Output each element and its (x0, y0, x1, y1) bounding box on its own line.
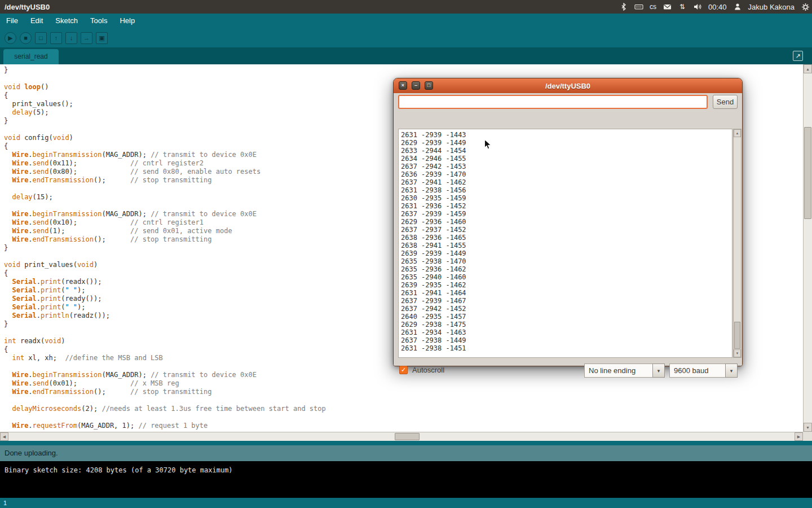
tab-menu-button[interactable]: ↗ (793, 51, 803, 61)
keyboard-icon[interactable] (634, 2, 643, 11)
scrollbar-corner (803, 432, 812, 441)
line-ending-dropdown[interactable]: No line ending ▾ (584, 364, 665, 378)
save-sketch-button[interactable]: ↓ (65, 32, 77, 44)
bluetooth-icon[interactable] (619, 2, 628, 11)
new-sketch-button[interactable]: □ (35, 32, 47, 44)
menu-help[interactable]: Help (113, 14, 141, 28)
mouse-cursor (484, 139, 492, 153)
serial-output-area[interactable]: 2631 -2939 -1443 2629 -2939 -1449 2633 -… (398, 129, 732, 358)
send-button[interactable]: Send (713, 95, 738, 109)
serial-controls-row: ✓ Autoscroll No line ending ▾ 9600 baud … (394, 362, 742, 378)
serial-scroll-up-arrow[interactable]: ▲ (734, 129, 741, 137)
system-tray: cs ⇅ 00:40 Jakub Kakona (619, 0, 810, 14)
toolbar: ▶■□↑↓→▣ (0, 28, 812, 47)
screen: /dev/ttyUSB0 cs ⇅ 00:40 Jakub Kakona (0, 0, 812, 508)
baud-rate-dropdown[interactable]: 9600 baud ▾ (669, 364, 738, 378)
serial-monitor-title: /dev/ttyUSB0 (394, 82, 742, 90)
code-text[interactable]: } void loop() { print_values(); delay(5)… (4, 66, 326, 430)
ubuntu-top-panel: /dev/ttyUSB0 cs ⇅ 00:40 Jakub Kakona (0, 0, 812, 14)
current-line-number: 1 (3, 500, 7, 506)
status-message: Done uploading. (5, 449, 58, 457)
mail-icon[interactable] (663, 2, 672, 11)
save-down-arrow-icon: ↓ (70, 35, 73, 41)
console-output: Binary sketch size: 4208 bytes (of a 307… (0, 461, 812, 498)
open-sketch-button[interactable]: ↑ (50, 32, 62, 44)
menu-edit[interactable]: Edit (24, 14, 49, 28)
line-number-strip: 1 (0, 498, 812, 508)
chevron-down-icon[interactable]: ▾ (652, 364, 665, 378)
serial-input[interactable] (398, 95, 708, 109)
tab-menu-icon: ↗ (795, 52, 800, 60)
tab-label: serial_read (14, 52, 47, 60)
clock[interactable]: 00:40 (708, 3, 727, 11)
stop-button[interactable]: ■ (20, 32, 32, 44)
serial-monitor-body: Send 2631 -2939 -1443 2629 -2939 -1449 2… (394, 93, 742, 366)
serial-scroll-handle[interactable] (734, 322, 740, 349)
sync-arrows-icon[interactable]: ⇅ (678, 2, 687, 11)
stop-icon: ■ (24, 35, 28, 41)
serial-scrollbar[interactable]: ▲ ▼ (733, 129, 742, 358)
menu-sketch[interactable]: Sketch (49, 14, 84, 28)
keyboard-layout-indicator[interactable]: cs (650, 3, 656, 11)
serial-output-text: 2631 -2939 -1443 2629 -2939 -1449 2633 -… (399, 129, 732, 354)
console-text: Binary sketch size: 4208 bytes (of a 307… (0, 461, 812, 479)
minimize-icon: – (414, 83, 417, 88)
vertical-scroll-handle[interactable] (804, 127, 811, 219)
serial-scroll-down-arrow[interactable]: ▼ (734, 349, 741, 357)
horizontal-scroll-handle[interactable] (395, 433, 420, 440)
upload-right-arrow-icon: → (83, 35, 90, 41)
user-icon (733, 2, 742, 11)
tab-serial-read[interactable]: serial_read (3, 49, 59, 64)
upload-button[interactable]: → (81, 32, 92, 44)
menu-bar: FileEditSketchToolsHelp (0, 14, 812, 28)
check-icon: ✓ (401, 367, 406, 373)
close-button[interactable]: × (399, 81, 407, 90)
scroll-up-arrow[interactable]: ▲ (804, 64, 812, 73)
panel-window-title: /dev/ttyUSB0 (5, 3, 50, 11)
tab-bar: serial_read ↗ (0, 47, 812, 64)
scroll-right-arrow[interactable]: ▶ (795, 432, 803, 441)
menu-file[interactable]: File (0, 14, 24, 28)
minimize-button[interactable]: – (412, 81, 420, 90)
maximize-button[interactable]: □ (425, 81, 433, 90)
editor-vertical-scrollbar[interactable]: ▲ ▼ (803, 64, 812, 432)
close-icon: × (401, 83, 404, 88)
autoscroll-checkbox[interactable]: ✓ (399, 366, 408, 374)
scroll-left-arrow[interactable]: ◀ (0, 432, 8, 441)
autoscroll-label: Autoscroll (412, 362, 444, 378)
serial-monitor-titlebar[interactable]: ×–□ /dev/ttyUSB0 (394, 78, 742, 93)
chevron-down-icon[interactable]: ▾ (725, 364, 738, 378)
menu-tools[interactable]: Tools (84, 14, 113, 28)
verify-play-icon: ▶ (8, 35, 12, 41)
editor-horizontal-scrollbar[interactable]: ◀ ▶ (0, 432, 803, 441)
new-file-icon: □ (39, 35, 43, 41)
baud-rate-value: 9600 baud (669, 364, 725, 378)
serial-monitor-icon: ▣ (99, 35, 104, 41)
window-controls: ×–□ (399, 81, 433, 90)
maximize-icon: □ (427, 83, 430, 88)
verify-button[interactable]: ▶ (5, 32, 16, 44)
session-username[interactable]: Jakub Kakona (748, 3, 795, 11)
line-ending-value: No line ending (584, 364, 652, 378)
volume-icon[interactable] (693, 2, 702, 11)
open-up-arrow-icon: ↑ (55, 35, 58, 41)
editor-status-divider (0, 441, 812, 445)
serial-monitor-button[interactable]: ▣ (96, 32, 108, 44)
scroll-down-arrow[interactable]: ▼ (804, 423, 812, 432)
serial-monitor-window: ×–□ /dev/ttyUSB0 Send 2631 -2939 -1443 2… (393, 78, 743, 366)
status-bar: Done uploading. (0, 445, 812, 461)
gear-icon[interactable] (801, 2, 810, 11)
